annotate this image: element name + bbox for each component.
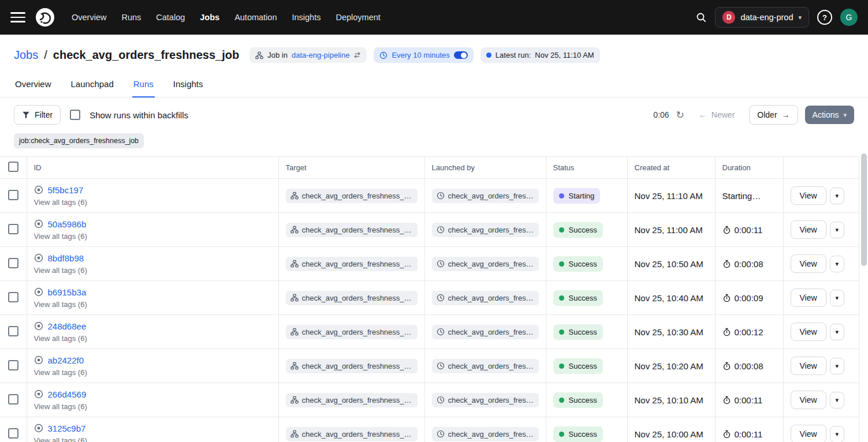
view-button[interactable]: View bbox=[791, 186, 826, 205]
view-dropdown-button[interactable]: ▾ bbox=[830, 426, 845, 442]
row-checkbox[interactable] bbox=[8, 258, 18, 268]
nav-item-jobs[interactable]: Jobs bbox=[200, 13, 219, 22]
target-chip[interactable]: check_avg_orders_freshness_job bbox=[286, 359, 418, 373]
scrollbar-thumb[interactable] bbox=[861, 153, 867, 266]
nav-item-overview[interactable]: Overview bbox=[72, 13, 106, 22]
hamburger-menu-icon[interactable] bbox=[10, 10, 25, 24]
view-all-tags-link[interactable]: View all tags (6) bbox=[34, 266, 271, 275]
tab-insights[interactable]: Insights bbox=[172, 79, 204, 97]
view-dropdown-button[interactable]: ▾ bbox=[830, 222, 845, 238]
select-all-checkbox[interactable] bbox=[8, 162, 18, 172]
view-dropdown-button[interactable]: ▾ bbox=[830, 358, 845, 374]
target-chip[interactable]: check_avg_orders_freshness_job bbox=[286, 393, 418, 407]
nav-item-deployment[interactable]: Deployment bbox=[336, 13, 380, 22]
user-avatar[interactable]: G bbox=[840, 9, 858, 26]
target-chip[interactable]: check_avg_orders_freshness_job bbox=[286, 189, 418, 203]
nav-item-insights[interactable]: Insights bbox=[292, 13, 321, 22]
help-icon[interactable]: ? bbox=[817, 10, 832, 25]
older-button[interactable]: Older → bbox=[749, 105, 798, 125]
dagster-logo[interactable] bbox=[35, 7, 55, 28]
view-button[interactable]: View bbox=[791, 254, 826, 273]
view-button[interactable]: View bbox=[791, 425, 826, 442]
row-checkbox[interactable] bbox=[8, 394, 18, 404]
target-chip[interactable]: check_avg_orders_freshness_job bbox=[286, 257, 418, 271]
newer-button[interactable]: ← Newer bbox=[691, 106, 742, 124]
search-icon[interactable] bbox=[695, 12, 707, 23]
run-id-link[interactable]: ab2422f0 bbox=[48, 355, 84, 365]
clock-icon bbox=[437, 362, 445, 370]
row-checkbox[interactable] bbox=[8, 224, 18, 234]
target-chip[interactable]: check_avg_orders_freshness_job bbox=[286, 223, 418, 237]
view-all-tags-link[interactable]: View all tags (6) bbox=[34, 198, 271, 207]
page-header: Jobs / check_avg_orders_freshness_job Jo… bbox=[0, 35, 868, 63]
view-all-tags-link[interactable]: View all tags (6) bbox=[34, 232, 271, 241]
view-dropdown-button[interactable]: ▾ bbox=[830, 188, 845, 204]
view-button[interactable]: View bbox=[791, 220, 826, 239]
view-dropdown-button[interactable]: ▾ bbox=[830, 324, 845, 340]
tab-launchpad[interactable]: Launchpad bbox=[70, 79, 115, 97]
run-status-icon bbox=[34, 355, 43, 365]
run-id-link[interactable]: 266d4569 bbox=[48, 389, 87, 399]
row-checkbox[interactable] bbox=[8, 326, 18, 336]
tab-runs[interactable]: Runs bbox=[132, 79, 155, 98]
row-checkbox[interactable] bbox=[8, 360, 18, 370]
backfills-checkbox[interactable] bbox=[70, 110, 80, 120]
view-button[interactable]: View bbox=[791, 323, 826, 341]
active-filters-row: job:check_avg_orders_freshness_job bbox=[0, 132, 868, 156]
view-all-tags-link[interactable]: View all tags (6) bbox=[34, 402, 271, 411]
view-all-tags-link[interactable]: View all tags (6) bbox=[34, 300, 271, 309]
launched-by-chip[interactable]: check_avg_orders_freshn… bbox=[432, 291, 539, 305]
schedule-toggle[interactable] bbox=[454, 51, 468, 59]
target-chip[interactable]: check_avg_orders_freshness_job bbox=[286, 325, 418, 339]
target-label: check_avg_orders_freshness_job bbox=[302, 260, 413, 268]
column-header-status: Status bbox=[546, 157, 627, 179]
view-all-tags-link[interactable]: View all tags (6) bbox=[34, 334, 271, 343]
page-tabs: Overview Launchpad Runs Insights bbox=[0, 79, 868, 98]
row-checkbox[interactable] bbox=[8, 190, 18, 200]
job-filter-tag[interactable]: job:check_avg_orders_freshness_job bbox=[14, 133, 144, 148]
view-dropdown-button[interactable]: ▾ bbox=[830, 256, 845, 272]
view-button[interactable]: View bbox=[791, 357, 826, 375]
target-chip[interactable]: check_avg_orders_freshness_job bbox=[286, 291, 418, 305]
breadcrumb-jobs-link[interactable]: Jobs bbox=[14, 48, 38, 62]
launched-by-chip[interactable]: check_avg_orders_freshn… bbox=[432, 427, 539, 441]
view-all-tags-link[interactable]: View all tags (6) bbox=[34, 368, 271, 377]
launched-by-chip[interactable]: check_avg_orders_freshn… bbox=[432, 393, 539, 407]
view-button[interactable]: View bbox=[791, 289, 826, 307]
view-dropdown-button[interactable]: ▾ bbox=[830, 392, 845, 409]
status-label: Success bbox=[569, 430, 597, 439]
launched-by-chip[interactable]: check_avg_orders_freshn… bbox=[432, 325, 539, 339]
run-id-link[interactable]: b6915b3a bbox=[48, 287, 87, 297]
tab-overview[interactable]: Overview bbox=[14, 79, 53, 97]
run-id-link[interactable]: 8bdf8b98 bbox=[48, 253, 84, 263]
nav-item-runs[interactable]: Runs bbox=[121, 13, 141, 22]
launched-by-chip[interactable]: check_avg_orders_freshn… bbox=[432, 359, 539, 373]
refresh-icon[interactable]: ↻ bbox=[676, 110, 684, 120]
code-location-link[interactable]: data-eng-pipeline bbox=[292, 51, 349, 59]
run-id-link[interactable]: 5f5bc197 bbox=[48, 185, 84, 195]
target-chip[interactable]: check_avg_orders_freshness_job bbox=[286, 427, 418, 441]
row-checkbox[interactable] bbox=[8, 292, 18, 302]
breadcrumb-separator: / bbox=[44, 48, 47, 62]
target-label: check_avg_orders_freshness_job bbox=[302, 362, 413, 370]
run-id-link[interactable]: 248d68ee bbox=[48, 321, 87, 331]
filter-button[interactable]: Filter bbox=[14, 105, 61, 125]
view-button[interactable]: View bbox=[791, 391, 826, 409]
nav-item-catalog[interactable]: Catalog bbox=[156, 13, 185, 22]
row-checkbox[interactable] bbox=[8, 428, 18, 439]
run-id-link[interactable]: 50a5986b bbox=[48, 219, 87, 229]
launched-by-chip[interactable]: check_avg_orders_freshn… bbox=[432, 189, 539, 203]
launched-by-chip[interactable]: check_avg_orders_freshn… bbox=[432, 223, 539, 237]
nav-item-automation[interactable]: Automation bbox=[234, 13, 277, 22]
launched-by-label: check_avg_orders_freshn… bbox=[448, 226, 534, 234]
view-all-tags-link[interactable]: View all tags (6) bbox=[34, 436, 271, 442]
status-badge: Success bbox=[553, 290, 603, 306]
created-at: Nov 25, 10:50 AM bbox=[635, 259, 703, 269]
run-id-link[interactable]: 3125c9b7 bbox=[48, 424, 86, 433]
timer-icon bbox=[722, 294, 731, 302]
actions-button-label: Actions bbox=[813, 110, 839, 119]
launched-by-chip[interactable]: check_avg_orders_freshn… bbox=[432, 257, 539, 271]
deployment-selector[interactable]: D data-eng-prod ▾ bbox=[715, 7, 809, 28]
view-dropdown-button[interactable]: ▾ bbox=[830, 290, 845, 306]
actions-button[interactable]: Actions ▾ bbox=[805, 106, 854, 124]
